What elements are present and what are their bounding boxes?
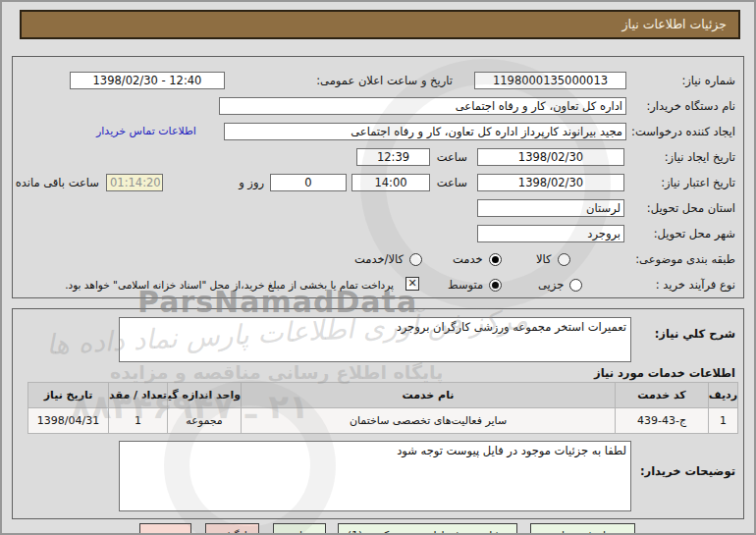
expire-date-label: تاریخ اعتبار نیاز:: [661, 174, 735, 191]
days-label: روز و: [239, 174, 264, 191]
view-offers-button[interactable]: مشاهده پیشنهادات عرضه کننده (1): [338, 523, 517, 535]
create-time-field[interactable]: 12:39: [356, 148, 430, 166]
expire-hour-label: ساعت: [437, 174, 467, 191]
general-description-label: شرح کلي نیاز:: [655, 325, 735, 343]
buyer-contact-link[interactable]: اطلاعات تماس خریدار: [96, 123, 196, 140]
table-cell: مجموعه: [168, 408, 242, 434]
need-description-panel: شرح کلي نیاز: تعمیرات استخر مجموعه ورزشی…: [12, 308, 744, 519]
time-remaining-field: 01:14:20: [106, 174, 163, 191]
city-label: شهر محل تحویل:: [654, 225, 735, 242]
radio-medium-icon[interactable]: [489, 279, 502, 292]
services-table-header: ردیفکد خدمتنام خدمتواحد اندازه گیریتعداد…: [28, 383, 738, 408]
table-cell: ج-43-439: [616, 408, 709, 434]
services-table: ردیفکد خدمتنام خدمتواحد اندازه گیریتعداد…: [27, 382, 738, 434]
need-number-field[interactable]: 1198000135000013: [474, 72, 626, 89]
radio-service-icon[interactable]: [489, 253, 502, 266]
create-date-label: تاریخ ایجاد نیاز:: [665, 148, 735, 166]
category-option-service[interactable]: خدمت: [453, 250, 502, 268]
process-option-medium[interactable]: متوسط: [448, 276, 502, 294]
back-button[interactable]: بازگشت: [205, 523, 259, 535]
treasury-checkbox-icon[interactable]: [405, 277, 419, 291]
days-remaining-field[interactable]: 0: [270, 174, 347, 191]
remaining-label: ساعت باقی مانده: [16, 174, 99, 191]
respond-to-need-button[interactable]: پاسخ به نیاز: [530, 523, 635, 535]
announce-datetime-field[interactable]: 1398/02/30 - 12:40: [70, 72, 225, 89]
radio-goods-icon[interactable]: [558, 253, 570, 266]
services-column-header: تاریخ نیاز: [28, 383, 109, 408]
buyer-notes-label: توضیحات خریدار:: [640, 462, 735, 480]
create-hour-label: ساعت: [437, 148, 467, 166]
requester-field[interactable]: مجید بیرانوند کارپرداز اداره کل تعاون، ک…: [224, 123, 626, 140]
services-table-body: 1ج-43-439سایر فعالیت‌های تخصصی ساختمانمج…: [28, 408, 738, 434]
need-info-panel: شماره نیاز: 1198000135000013 تاریخ و ساع…: [12, 56, 744, 298]
table-cell: 1: [709, 408, 738, 434]
services-column-header: نام خدمت: [242, 383, 616, 408]
treasury-note: پرداخت تمام یا بخشی از مبلغ خرید،از محل …: [21, 276, 394, 294]
expire-time-field[interactable]: 14:00: [351, 174, 430, 191]
need-details-page: { "colors": { "header_bg": "#8e6e42", "h…: [0, 0, 756, 535]
province-field[interactable]: لرستان: [477, 199, 624, 217]
table-cell: 1: [109, 408, 168, 434]
radio-goods-service-icon[interactable]: [409, 253, 422, 266]
category-label: طبقه بندی موضوعی:: [635, 250, 735, 268]
table-cell: سایر فعالیت‌های تخصصی ساختمان: [242, 408, 616, 434]
need-number-label: شماره نیاز:: [681, 72, 735, 89]
exit-button[interactable]: خروج: [139, 523, 191, 535]
category-option-goods[interactable]: کالا: [536, 250, 570, 268]
province-label: استان محل تحویل:: [647, 199, 735, 217]
services-column-header: واحد اندازه گیری: [168, 383, 242, 408]
requester-label: ایجاد کننده درخواست:: [631, 123, 735, 140]
page-title: جزئیات اطلاعات نیاز: [20, 10, 740, 39]
announce-label: تاریخ و ساعت اعلان عمومی:: [316, 72, 453, 89]
category-option-goods-service[interactable]: کالا/خدمت: [354, 250, 422, 268]
general-description-field[interactable]: تعمیرات استخر مجموعه ورزشی کارگران بروجر…: [119, 317, 631, 362]
buyer-notes-field[interactable]: لطفا به جزئیات موجود در فایل پیوست توجه …: [119, 441, 631, 511]
create-date-field[interactable]: 1398/02/30: [477, 148, 624, 166]
table-cell: 1398/04/31: [28, 408, 109, 434]
process-option-minor[interactable]: جزیی: [538, 276, 582, 294]
services-section-title: اطلاعات خدمات مورد نیاز: [594, 364, 735, 382]
services-column-header: تعداد / مقدار: [109, 383, 168, 408]
buyer-org-field[interactable]: اداره کل تعاون، کار و رفاه اجتماعی: [219, 97, 626, 115]
print-button[interactable]: چاپ: [273, 523, 326, 535]
services-column-header: ردیف: [709, 383, 738, 408]
table-row: 1ج-43-439سایر فعالیت‌های تخصصی ساختمانمج…: [28, 408, 738, 434]
process-label: نوع فرآیند خرید :: [656, 276, 735, 294]
radio-minor-icon[interactable]: [569, 279, 582, 292]
city-field[interactable]: بروجرد: [477, 225, 624, 242]
services-column-header: کد خدمت: [616, 383, 709, 408]
expire-date-field[interactable]: 1398/02/30: [477, 174, 624, 191]
buyer-org-label: نام دستگاه خریدار:: [646, 97, 735, 115]
